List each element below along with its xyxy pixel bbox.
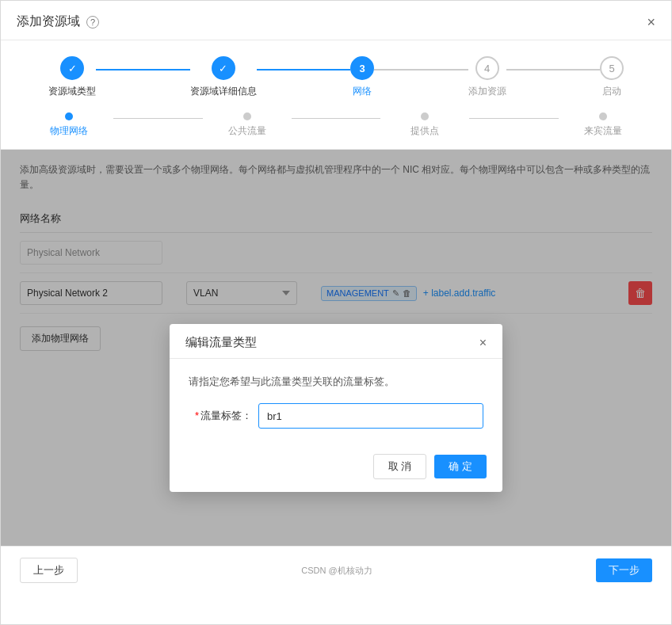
sub-dot-2 <box>243 112 251 120</box>
cancel-button[interactable]: 取 消 <box>373 454 427 479</box>
form-row-traffic-label: *流量标签： <box>189 403 483 429</box>
step-3: 3 网络 <box>350 56 374 98</box>
traffic-label-input[interactable] <box>258 403 483 429</box>
sub-stepper: 物理网络 公共流量 提供点 来宾流量 <box>1 106 671 150</box>
step-4-label: 添加资源 <box>468 85 506 98</box>
sub-step-3: 提供点 <box>380 112 469 138</box>
sub-dialog-footer: 取 消 确 定 <box>170 444 502 492</box>
sub-label-4: 来宾流量 <box>584 124 622 138</box>
sub-dialog: 编辑流量类型 × 请指定您希望与此流量类型关联的流量标签。 *流量标签： 取 消… <box>170 324 502 492</box>
sub-step-4: 来宾流量 <box>559 112 647 138</box>
sub-dialog-description: 请指定您希望与此流量类型关联的流量标签。 <box>189 375 483 389</box>
step-3-circle: 3 <box>350 56 374 80</box>
step-4-circle: 4 <box>475 56 499 80</box>
sub-connector-2 <box>292 118 380 119</box>
connector-4 <box>506 69 601 71</box>
step-1-circle: ✓ <box>60 56 84 80</box>
step-2: ✓ 资源域详细信息 <box>190 56 257 98</box>
step-1-label: 资源域类型 <box>48 85 96 98</box>
main-stepper: ✓ 资源域类型 ✓ 资源域详细信息 3 网络 <box>1 40 671 106</box>
sub-label-1: 物理网络 <box>50 124 88 138</box>
next-button[interactable]: 下一步 <box>596 558 652 582</box>
confirm-button[interactable]: 确 定 <box>434 455 487 478</box>
prev-button[interactable]: 上一步 <box>20 558 78 583</box>
watermark: CSDN @机核动力 <box>301 565 372 577</box>
step-2-display: ✓ <box>219 63 227 74</box>
connector-1 <box>96 69 190 71</box>
connector-3 <box>374 69 468 71</box>
step-5: 5 启动 <box>600 56 624 98</box>
step-2-label: 资源域详细信息 <box>190 85 257 98</box>
connector-2 <box>257 69 351 71</box>
step-4: 4 添加资源 <box>468 56 506 98</box>
step-3-label: 网络 <box>353 85 372 98</box>
close-button[interactable]: × <box>647 15 655 29</box>
sub-step-1: 物理网络 <box>25 112 113 138</box>
sub-dialog-close-button[interactable]: × <box>479 336 487 350</box>
step-1: ✓ 资源域类型 <box>48 56 96 98</box>
step-5-circle: 5 <box>600 56 624 80</box>
dialog-content: 添加高级资源域时，需要设置一个或多个物理网络。每个网络都与虚拟机管理程序中的一个… <box>1 150 671 546</box>
dialog-header: 添加资源域 ? × <box>1 1 671 40</box>
dialog-footer: 上一步 CSDN @机核动力 下一步 <box>1 546 671 594</box>
help-icon[interactable]: ? <box>86 16 99 29</box>
step-4-display: 4 <box>484 63 490 74</box>
step-1-display: ✓ <box>68 63 77 74</box>
sub-connector-3 <box>469 118 558 119</box>
sub-label-3: 提供点 <box>410 124 439 138</box>
sub-dialog-header: 编辑流量类型 × <box>170 324 502 359</box>
step-5-label: 启动 <box>602 85 621 98</box>
sub-dialog-body: 请指定您希望与此流量类型关联的流量标签。 *流量标签： <box>170 359 502 444</box>
step-3-display: 3 <box>359 63 365 74</box>
step-2-circle: ✓ <box>212 56 235 80</box>
sub-dialog-title: 编辑流量类型 <box>185 335 257 350</box>
dialog-title: 添加资源域 <box>17 13 80 30</box>
form-label-traffic: *流量标签： <box>189 409 252 423</box>
step-5-display: 5 <box>609 63 614 74</box>
sub-step-2: 公共流量 <box>203 112 292 138</box>
sub-dot-1 <box>65 112 73 120</box>
required-star: * <box>195 410 199 421</box>
sub-connector-1 <box>113 118 202 119</box>
sub-label-2: 公共流量 <box>228 124 266 138</box>
sub-dot-3 <box>421 112 429 120</box>
sub-dot-4 <box>599 112 607 120</box>
main-dialog: 添加资源域 ? × ✓ 资源域类型 ✓ 资源域详细信息 <box>0 0 672 625</box>
